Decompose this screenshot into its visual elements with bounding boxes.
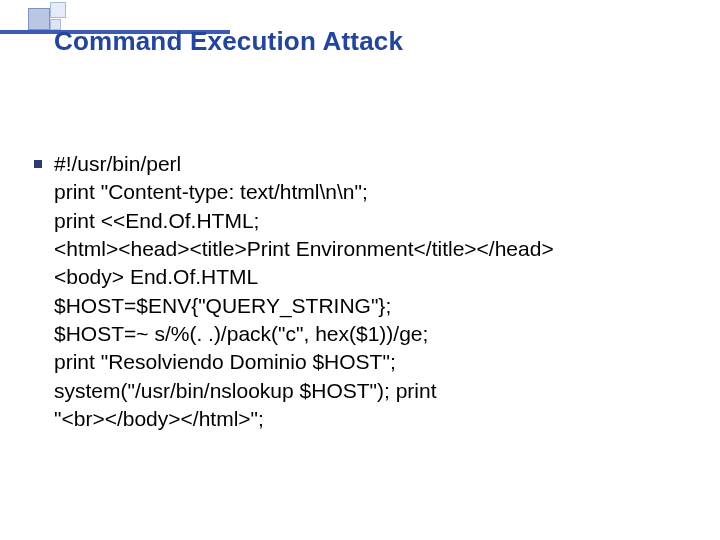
- code-line: system("/usr/bin/nslookup $HOST"); print: [54, 377, 654, 405]
- decor-square: [50, 2, 66, 18]
- slide: Command Execution Attack #!/usr/bin/perl…: [0, 0, 720, 540]
- code-line: $HOST=~ s/%(. .)/pack("c", hex($1))/ge;: [54, 320, 654, 348]
- code-line: print "Content-type: text/html\n\n";: [54, 178, 654, 206]
- code-block: #!/usr/bin/perl print "Content-type: tex…: [54, 150, 654, 433]
- code-line: print <<End.Of.HTML;: [54, 207, 654, 235]
- bullet-icon: [34, 160, 42, 168]
- slide-title: Command Execution Attack: [54, 26, 403, 57]
- decor-square: [28, 8, 50, 30]
- code-line: <html><head><title>Print Environment</ti…: [54, 235, 654, 263]
- code-line: #!/usr/bin/perl: [54, 150, 654, 178]
- code-line: <body> End.Of.HTML: [54, 263, 654, 291]
- code-bullet-row: #!/usr/bin/perl: [54, 150, 654, 178]
- code-line: print "Resolviendo Dominio $HOST";: [54, 348, 654, 376]
- code-line: "<br></body></html>";: [54, 405, 654, 433]
- code-line: $HOST=$ENV{"QUERY_STRING"};: [54, 292, 654, 320]
